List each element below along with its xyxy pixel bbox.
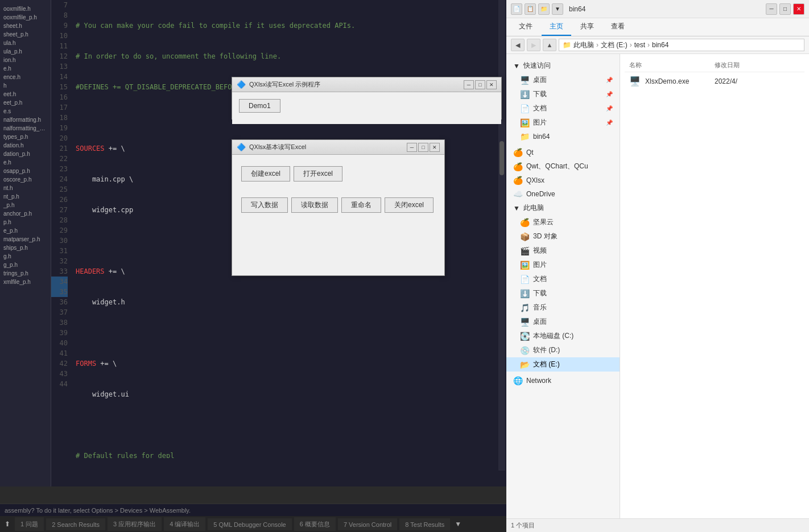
sidebar-item-desktop[interactable]: 🖥️ 桌面 📌 <box>506 73 620 87</box>
ribbon-tab-view[interactable]: 查看 <box>603 18 633 36</box>
back-button[interactable]: ◀ <box>511 39 525 51</box>
file-tree-item[interactable]: e.h <box>0 158 51 167</box>
vertical-scrollbar[interactable] <box>498 0 505 471</box>
open-excel-button[interactable]: 打开excel <box>294 166 342 182</box>
sidebar-item-soft-d[interactable]: 💿 软件 (D:) <box>506 343 620 357</box>
sidebar-item-music[interactable]: 🎵 音乐 <box>506 300 620 315</box>
basic-maximize-button[interactable]: □ <box>418 143 428 152</box>
sidebar-quick-access-header[interactable]: ▼ 快速访问 <box>506 59 620 73</box>
basic-close-button[interactable]: ✕ <box>430 143 440 152</box>
file-tree-item[interactable]: g_p.h <box>0 261 51 269</box>
file-tree-item[interactable]: eet.h <box>0 90 51 98</box>
forward-button[interactable]: ▶ <box>527 39 540 51</box>
basic-minimize-button[interactable]: ─ <box>407 143 417 152</box>
sidebar-item-network[interactable]: 🌐 Network <box>506 374 620 387</box>
file-tree-item[interactable]: e_p.h <box>0 226 51 235</box>
ribbon-tab-share[interactable]: 共享 <box>572 18 602 36</box>
ribbon-tab-home[interactable]: 主页 <box>542 18 571 36</box>
file-tree-item[interactable]: sheet_p.h <box>0 30 51 39</box>
file-tree-item[interactable]: ence.h <box>0 73 51 81</box>
tab-test-results[interactable]: 8 Test Results <box>399 518 450 530</box>
file-tree-item[interactable]: dation_p.h <box>0 150 51 158</box>
titlebar-icon-clipboard[interactable]: 📋 <box>525 3 536 15</box>
tab-general-messages[interactable]: 6 概要信息 <box>294 517 336 531</box>
col-date-header[interactable]: 修改日期 <box>715 61 800 69</box>
basic-window-titlebar[interactable]: 🔷 QXlsx基本读写Excel ─ □ ✕ <box>232 140 444 155</box>
file-tree-item[interactable]: osapp_p.h <box>0 167 51 175</box>
file-tree-item[interactable]: trings_p.h <box>0 269 51 278</box>
file-item-xlsxdemo[interactable]: 🖥️ XlsxDemo.exe 2022/4/ <box>625 72 804 90</box>
file-tree-item[interactable]: _p.h <box>0 201 51 209</box>
tab-issues[interactable]: 1 问题 <box>15 517 44 531</box>
sidebar-item-local-c[interactable]: 💽 本地磁盘 (C:) <box>506 329 620 343</box>
tab-version-control[interactable]: 7 Version Control <box>338 518 397 530</box>
file-tree-item[interactable]: oscore_p.h <box>0 175 51 184</box>
file-tree-item[interactable]: ships_p.h <box>0 244 51 252</box>
sidebar-item-bin64[interactable]: 📁 bin64 <box>506 130 620 143</box>
address-path[interactable]: 📁 此电脑 › 文档 (E:) › test › bin64 <box>559 39 804 51</box>
file-tree-item[interactable]: ooxmlfile.h <box>0 5 51 13</box>
path-test[interactable]: test <box>634 41 645 49</box>
sidebar-item-qxlsx[interactable]: 🍊 QXlsx <box>506 174 620 187</box>
close-excel-button[interactable]: 关闭excel <box>385 197 434 213</box>
file-tree-item[interactable]: ula_p.h <box>0 47 51 56</box>
sidebar-item-qwt[interactable]: 🍊 Qwt、QChart、QCu <box>506 159 620 174</box>
up-button[interactable]: ▲ <box>543 39 556 51</box>
file-tree-item[interactable]: dation.h <box>0 141 51 150</box>
demo-minimize-button[interactable]: ─ <box>464 80 474 89</box>
file-tree-item[interactable]: nalformatting.h <box>0 116 51 124</box>
sidebar-item-docs-e[interactable]: 📂 文档 (E:) <box>506 357 620 372</box>
file-tree-item[interactable]: types_p.h <box>0 133 51 141</box>
demo1-button[interactable]: Demo1 <box>239 99 280 113</box>
maximize-button[interactable]: □ <box>779 3 791 15</box>
file-tree-item[interactable]: nalformatting_p.h <box>0 124 51 133</box>
sidebar-item-video[interactable]: 🎬 视频 <box>506 244 620 258</box>
col-name-header[interactable]: 名称 <box>629 61 715 69</box>
sidebar-item-onedrive[interactable]: ☁️ OneDrive <box>506 187 620 201</box>
file-tree-item[interactable]: anchor_p.h <box>0 209 51 218</box>
create-excel-button[interactable]: 创建excel <box>241 166 290 182</box>
tab-more-icon[interactable]: ▼ <box>455 520 461 528</box>
file-tree-item[interactable]: p.h <box>0 218 51 226</box>
sidebar-item-desktop-pc[interactable]: 🖥️ 桌面 <box>506 315 620 329</box>
write-data-button[interactable]: 写入数据 <box>241 197 288 213</box>
tab-compile-output[interactable]: 4 编译输出 <box>164 517 205 531</box>
sidebar-item-downloads[interactable]: ⬇️ 下载 📌 <box>506 87 620 101</box>
sidebar-item-3d[interactable]: 📦 3D 对象 <box>506 229 620 244</box>
sidebar-item-docs-pc[interactable]: 📄 文档 <box>506 272 620 286</box>
file-tree-item[interactable]: sheet.h <box>0 22 51 30</box>
sidebar-item-jianguoyun[interactable]: 🍊 坚果云 <box>506 215 620 229</box>
file-tree-item[interactable]: e.s <box>0 107 51 116</box>
file-tree-item[interactable]: eet_p.h <box>0 98 51 107</box>
file-tree-item[interactable]: ooxmlfile_p.h <box>0 13 51 22</box>
titlebar-icon-folder[interactable]: 📁 <box>538 3 550 15</box>
sidebar-item-pictures-pc[interactable]: 🖼️ 图片 <box>506 258 620 272</box>
sidebar-item-pictures[interactable]: 🖼️ 图片 📌 <box>506 116 620 130</box>
path-docs-e[interactable]: 文档 (E:) <box>601 40 628 50</box>
file-tree-item[interactable]: matparser_p.h <box>0 235 51 244</box>
minimize-button[interactable]: ─ <box>766 3 777 15</box>
rename-button[interactable]: 重命名 <box>341 197 381 213</box>
file-tree-item[interactable]: ion.h <box>0 56 51 64</box>
file-tree-item[interactable]: ula.h <box>0 39 51 47</box>
path-pc[interactable]: 此电脑 <box>573 40 594 50</box>
path-bin64[interactable]: bin64 <box>652 41 668 49</box>
sidebar-item-downloads-pc[interactable]: ⬇️ 下载 <box>506 286 620 300</box>
file-tree-item[interactable]: g.h <box>0 252 51 261</box>
demo-window-titlebar[interactable]: 🔷 QXlsx读写Excel 示例程序 ─ □ ✕ <box>232 77 501 92</box>
file-tree-item[interactable]: xmlfile_p.h <box>0 278 51 286</box>
close-button[interactable]: ✕ <box>793 3 804 15</box>
ribbon-tab-file[interactable]: 文件 <box>511 18 540 36</box>
file-tree-item[interactable]: nt.h <box>0 184 51 192</box>
read-data-button[interactable]: 读取数据 <box>291 197 338 213</box>
demo-maximize-button[interactable]: □ <box>475 80 485 89</box>
tab-expand-icon[interactable]: ⬆ <box>5 520 10 528</box>
demo-close-button[interactable]: ✕ <box>486 80 497 89</box>
tab-search-results[interactable]: 2 Search Results <box>46 518 105 530</box>
file-tree-item[interactable]: e.h <box>0 64 51 73</box>
sidebar-item-qt[interactable]: 🍊 Qt <box>506 146 620 159</box>
titlebar-icon-doc[interactable]: 📄 <box>511 3 522 15</box>
sidebar-this-pc-header[interactable]: ▼ 此电脑 <box>506 201 620 215</box>
titlebar-icon-dropdown[interactable]: ▼ <box>552 3 563 15</box>
sidebar-item-documents[interactable]: 📄 文档 📌 <box>506 101 620 116</box>
